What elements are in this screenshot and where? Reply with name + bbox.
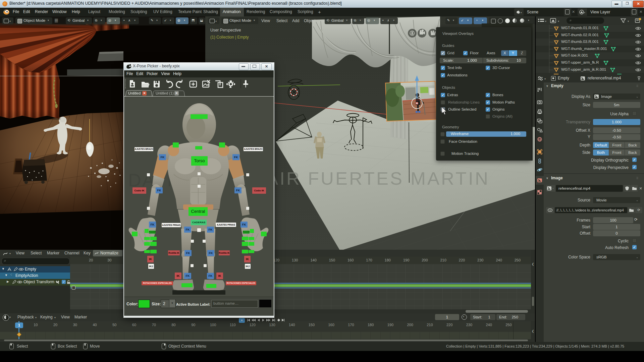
svg-text:▾: ▾ [9,252,11,255]
svg-text:▾: ▾ [628,20,629,23]
svg-text:(1) Collection | Empty: (1) Collection | Empty [210,35,249,40]
svg-text:▾: ▾ [558,20,559,23]
svg-text:▾: ▾ [544,77,546,80]
svg-text:▾: ▾ [545,20,546,23]
svg-text:▾: ▾ [584,11,585,14]
svg-text:User Perspective: User Perspective [210,28,241,33]
svg-text:▾: ▾ [521,11,522,14]
